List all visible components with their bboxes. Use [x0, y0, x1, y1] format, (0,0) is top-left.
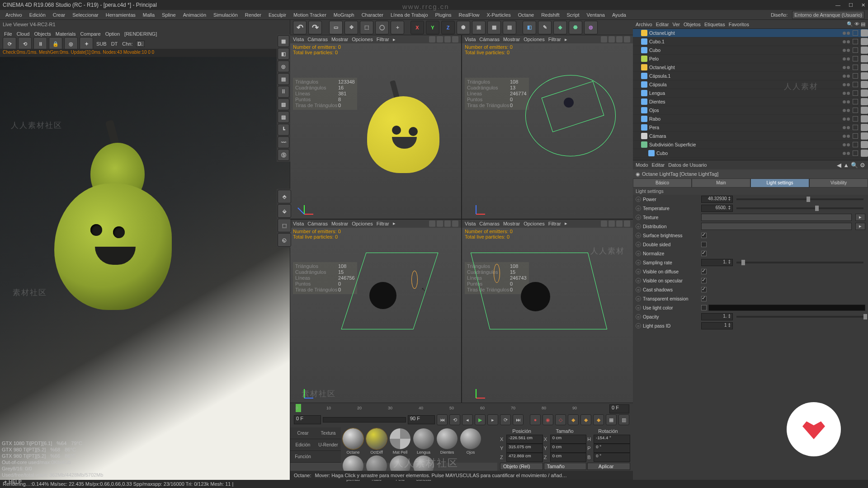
undo-button[interactable] — [293, 21, 307, 34]
om-filter-icon[interactable]: ▤ — [861, 21, 865, 27]
object-tag-icon[interactable] — [861, 124, 868, 131]
coord-rot-field[interactable]: 0 ° — [594, 444, 630, 453]
object-enable-toggle[interactable] — [853, 108, 858, 113]
workplane-x-icon[interactable]: ⬘ — [278, 190, 291, 203]
attr-tab-main[interactable]: Main — [692, 178, 750, 188]
array-button[interactable]: ⬣ — [569, 21, 582, 34]
object-row[interactable]: Subdivisión Superficie — [633, 141, 868, 149]
anim-dot-icon[interactable]: ○ — [636, 197, 641, 202]
anim-dot-icon[interactable]: ○ — [636, 251, 641, 256]
object-tag-icon[interactable] — [861, 107, 868, 114]
coord-pos-field[interactable]: 315.075 cm — [506, 444, 543, 453]
property-slider[interactable] — [736, 207, 863, 209]
property-checkbox[interactable] — [701, 287, 707, 292]
object-tag-icon[interactable] — [861, 55, 868, 62]
prev-key-button[interactable]: ⟲ — [449, 414, 460, 425]
anim-dot-icon[interactable]: ○ — [636, 224, 641, 229]
property-value-field[interactable]: 48.32930 ‡ — [701, 196, 733, 203]
coord-pos-field[interactable]: 472.869 cm — [506, 453, 543, 462]
object-row[interactable]: Cubo — [633, 149, 868, 158]
vp-menu-opciones[interactable]: Opciones — [352, 37, 373, 42]
anim-dot-icon[interactable]: ○ — [636, 215, 641, 220]
property-checkbox[interactable] — [701, 233, 707, 238]
property-slider[interactable] — [736, 262, 863, 263]
attr-config-icon[interactable]: ⚙ — [860, 162, 865, 169]
lv-chn-dropdown[interactable]: D. — [136, 41, 145, 47]
menu-item[interactable]: Script — [565, 11, 581, 19]
coord-pos-field[interactable]: -226.561 cm — [506, 435, 543, 444]
coord-apply-button[interactable]: Aplicar — [587, 463, 630, 470]
anim-dot-icon[interactable]: ○ — [636, 314, 641, 319]
object-enable-toggle[interactable] — [853, 90, 858, 96]
vp-nav-icon[interactable] — [437, 36, 443, 42]
material-swatch[interactable]: Ojos — [459, 428, 482, 455]
attr-menu-modo[interactable]: Modo — [636, 162, 648, 168]
render-view-button[interactable]: ▣ — [472, 21, 486, 34]
axis-z-toggle[interactable]: Z — [441, 21, 455, 34]
coord-system-button[interactable]: ⬢ — [457, 21, 470, 34]
coord-object-dropdown[interactable]: Objeto (Rel) — [500, 463, 543, 470]
axis-x-toggle[interactable]: X — [410, 21, 424, 34]
coord-size-field[interactable]: 0 cm — [550, 453, 587, 462]
redo-button[interactable] — [308, 21, 322, 34]
material-swatch[interactable]: Dientes — [436, 428, 458, 455]
object-row[interactable]: Cubo.1 — [633, 38, 868, 46]
subdivision-button[interactable]: ◆ — [553, 21, 567, 34]
range-end-field[interactable]: 90 F — [408, 415, 435, 424]
material-swatch[interactable]: Lengua — [412, 428, 435, 455]
object-enable-toggle[interactable] — [853, 150, 858, 156]
menu-item[interactable]: Animación — [181, 11, 208, 19]
menu-item[interactable]: RealFlow — [457, 11, 481, 19]
rotate-tool[interactable]: ◯ — [375, 21, 389, 34]
attr-fwd-icon[interactable]: 🔍 — [851, 162, 858, 169]
anim-dot-icon[interactable]: ○ — [636, 269, 641, 274]
vp-menu-mostrar[interactable]: Mostrar — [331, 37, 348, 42]
menu-item[interactable]: Herramientas — [104, 11, 137, 19]
object-row[interactable]: Cubo — [633, 46, 868, 55]
rot-key-icon[interactable]: ◆ — [593, 414, 604, 425]
points-mode-icon[interactable]: ⠿ — [278, 86, 289, 98]
axis-mode-icon[interactable]: ┗ — [278, 124, 289, 136]
menu-item[interactable]: Seleccionar — [71, 11, 100, 19]
vp-menu-vista[interactable]: Vista — [293, 37, 304, 42]
object-row[interactable]: Lengua — [633, 89, 868, 98]
property-slider[interactable] — [736, 198, 863, 200]
property-value-field[interactable]: 1 ‡ — [701, 322, 733, 329]
texture-mode-icon[interactable]: ◎ — [278, 61, 289, 72]
material-swatch[interactable]: Octane — [342, 428, 364, 455]
om-eye-icon[interactable]: 👁 — [854, 21, 859, 27]
pos-key-icon[interactable]: ◆ — [568, 414, 579, 425]
object-row[interactable]: Cámara — [633, 132, 868, 141]
object-tag-icon[interactable] — [861, 47, 868, 54]
material-swatch[interactable]: Mat Pell — [389, 428, 411, 455]
color-swatch[interactable] — [708, 305, 865, 311]
object-tag-icon[interactable] — [861, 29, 868, 37]
anim-dot-icon[interactable]: ○ — [636, 287, 641, 292]
render-region-button[interactable]: ▦ — [487, 21, 501, 34]
prev-frame-button[interactable]: ◂ — [462, 414, 473, 425]
om-search-icon[interactable]: 🔍 — [847, 21, 853, 27]
menu-item[interactable]: Redshift — [539, 11, 561, 19]
param-key-icon[interactable]: ▦ — [606, 414, 617, 425]
vp-nav-icon[interactable] — [429, 36, 435, 42]
object-enable-toggle[interactable] — [853, 30, 858, 36]
pla-key-icon[interactable]: ▥ — [618, 414, 629, 425]
object-tag-icon[interactable] — [861, 72, 868, 80]
object-enable-toggle[interactable] — [853, 116, 858, 122]
last-tool[interactable]: ＋ — [391, 21, 404, 34]
property-checkbox[interactable] — [701, 242, 707, 247]
record-button[interactable]: ● — [530, 414, 541, 425]
lock-workplane-icon[interactable]: ◵ — [278, 233, 291, 247]
object-enable-toggle[interactable] — [853, 99, 858, 104]
primitive-cube-button[interactable]: ◧ — [523, 21, 536, 34]
next-frame-button[interactable]: ▸ — [487, 414, 498, 425]
anim-dot-icon[interactable]: ○ — [636, 260, 641, 265]
object-enable-toggle[interactable] — [853, 125, 858, 130]
scale-key-icon[interactable]: ◆ — [580, 414, 591, 425]
object-tag-icon[interactable] — [861, 89, 868, 97]
property-checkbox[interactable] — [701, 269, 707, 274]
live-select-tool[interactable]: ▭ — [329, 21, 343, 34]
menu-item[interactable]: Edición — [28, 11, 47, 19]
workplane-icon[interactable]: ▤ — [278, 73, 289, 85]
viewport-front[interactable]: VistaCámarasMostrarOpcionesFiltrar▸ Numb… — [462, 220, 633, 403]
